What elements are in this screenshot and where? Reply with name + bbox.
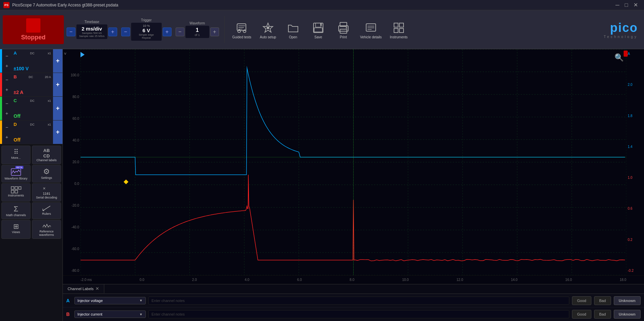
- instruments-sidebar-button[interactable]: Instruments: [1, 183, 31, 202]
- svg-rect-20: [394, 23, 398, 27]
- waveform-library-button[interactable]: BETA Waveform library: [1, 165, 31, 183]
- maximize-button[interactable]: □: [622, 2, 631, 8]
- trigger-arrow: [80, 52, 85, 57]
- guided-tests-button[interactable]: Guided tests: [229, 19, 255, 40]
- channel-c-increase-pm[interactable]: +: [5, 111, 8, 116]
- settings-button[interactable]: ⚙ Settings: [32, 165, 61, 183]
- x-label-neg2: -2.0 ms: [80, 278, 92, 282]
- x-label-0: 0.0: [140, 278, 144, 282]
- channel-b-decrease[interactable]: −: [5, 77, 8, 82]
- y-axis: V 100.0 80.0 60.0 40.0 20.0 0.0 -20.0 -4…: [63, 49, 80, 275]
- y-label-neg40: -40.0: [64, 225, 79, 229]
- timebase-decrease[interactable]: −: [67, 27, 75, 36]
- views-label: Views: [12, 230, 20, 234]
- print-label: Print: [340, 35, 347, 39]
- channel-labels-tab[interactable]: Channel Labels ✕: [63, 284, 104, 294]
- channel-b-signal-select[interactable]: Injector current ▼: [74, 310, 146, 318]
- save-button[interactable]: Save: [306, 19, 330, 40]
- channel-labels-button[interactable]: ABCD Channel labels: [32, 146, 61, 164]
- vehicle-details-label: Vehicle details: [360, 35, 382, 39]
- channel-a-good-button[interactable]: Good: [572, 296, 591, 305]
- rulers-button[interactable]: Rulers: [32, 202, 61, 219]
- channel-b-signal-dropdown-icon: ▼: [139, 313, 143, 316]
- more-label: More...: [11, 156, 21, 159]
- y-label-neg60: -60.0: [64, 247, 79, 251]
- channel-d-range: Off: [14, 137, 51, 143]
- channel-labels-icon: ABCD: [43, 148, 50, 158]
- open-button[interactable]: Open: [281, 19, 305, 40]
- right-axis-0-6: 0.6: [628, 207, 643, 210]
- right-axis-1-4: 1.4: [628, 145, 643, 149]
- channel-c-row: − + C DC x1 Off +: [0, 97, 62, 120]
- chart-canvas-area[interactable]: 🔍: [80, 49, 626, 275]
- print-button[interactable]: Print: [332, 19, 355, 40]
- trigger-decrease[interactable]: −: [121, 27, 130, 36]
- stop-button[interactable]: Stopped: [3, 15, 64, 44]
- x-label-14: 14.0: [511, 278, 517, 282]
- vehicle-details-button[interactable]: Vehicle details: [357, 19, 385, 40]
- channel-a-notes-input[interactable]: Enter channel notes: [148, 297, 569, 305]
- channel-labels-tab-label: Channel Labels: [68, 287, 93, 291]
- channel-d-name: D: [14, 122, 17, 127]
- channel-labels-close-icon[interactable]: ✕: [95, 286, 99, 291]
- waveform-control: Waveform − 1 of 1 +: [176, 21, 219, 38]
- channel-d-decrease[interactable]: −: [5, 125, 8, 130]
- right-axis-0-2: 0.2: [628, 238, 643, 242]
- math-channels-icon: Σ: [14, 205, 18, 213]
- channel-c-add[interactable]: +: [53, 97, 62, 120]
- channel-a-signal-select[interactable]: Injector voltage ▼: [74, 297, 146, 304]
- channel-d-row: − + D DC x1 Off +: [0, 120, 62, 144]
- auto-setup-button[interactable]: Auto setup: [256, 19, 280, 40]
- zoom-icon[interactable]: 🔍: [614, 53, 624, 62]
- instruments-button[interactable]: Instruments: [387, 19, 411, 40]
- more-button[interactable]: ⠿ More...: [1, 146, 31, 164]
- channel-a-bad-button[interactable]: Bad: [594, 296, 611, 305]
- waveform-increase[interactable]: +: [210, 27, 219, 36]
- svg-line-30: [43, 206, 50, 211]
- waveform-of: of 1: [195, 33, 200, 37]
- reference-waveforms-button[interactable]: Reference waveforms: [32, 220, 61, 239]
- trigger-type: Simple edge: [139, 33, 154, 36]
- channel-a-handle[interactable]: [624, 51, 628, 57]
- trigger-value: 6 V: [142, 27, 150, 33]
- channel-b-notes-input[interactable]: Enter channel notes: [148, 310, 569, 318]
- waveform-number: 1: [196, 27, 199, 33]
- channel-a-add[interactable]: +: [53, 49, 62, 73]
- svg-rect-22: [394, 29, 398, 33]
- trigger-increase[interactable]: +: [163, 27, 172, 36]
- svg-rect-28: [11, 190, 14, 193]
- x-label-4: 4.0: [245, 278, 249, 282]
- channel-d-add[interactable]: +: [53, 120, 62, 144]
- channel-d-increase-pm[interactable]: +: [5, 134, 8, 140]
- channel-d-coupling: DC: [30, 123, 34, 126]
- minimize-button[interactable]: ─: [613, 2, 622, 8]
- channel-a-decrease[interactable]: −: [5, 53, 8, 59]
- channel-a-increase-pm[interactable]: +: [5, 63, 8, 69]
- y-label-40: 40.0: [64, 138, 79, 142]
- x-label-18: 18.0: [620, 278, 626, 282]
- stopped-label: Stopped: [21, 34, 46, 41]
- close-button[interactable]: ✕: [631, 2, 641, 8]
- channel-b-increase-pm[interactable]: +: [5, 87, 8, 92]
- svg-rect-9: [314, 28, 322, 32]
- channel-b-add[interactable]: +: [53, 73, 62, 96]
- math-channels-button[interactable]: Σ Math channels: [1, 202, 31, 219]
- channel-b-bad-button[interactable]: Bad: [594, 310, 611, 319]
- reference-waveforms-label: Reference waveforms: [34, 230, 59, 237]
- channel-c-decrease[interactable]: −: [5, 101, 8, 106]
- channel-d-mult: x1: [48, 123, 51, 126]
- channel-b-unknown-button[interactable]: Unknown: [614, 310, 641, 319]
- instruments-sidebar-icon: [11, 186, 21, 194]
- auto-setup-label: Auto setup: [260, 35, 276, 39]
- channel-b-good-button[interactable]: Good: [572, 310, 591, 319]
- channel-c-name: C: [14, 98, 17, 103]
- channel-a-unknown-button[interactable]: Unknown: [614, 296, 641, 305]
- waveform-decrease[interactable]: −: [176, 27, 184, 36]
- y-label-neg20: -20.0: [64, 204, 79, 207]
- views-button[interactable]: ⊞ Views: [1, 220, 31, 239]
- serial-decoding-button[interactable]: ✕1101 Serial decoding: [32, 183, 61, 202]
- y-label-neg80: -80.0: [64, 269, 79, 272]
- timebase-increase[interactable]: +: [108, 27, 117, 36]
- channel-b-row: − + B DC 20 A ±2 A +: [0, 73, 62, 97]
- svg-rect-15: [366, 24, 376, 31]
